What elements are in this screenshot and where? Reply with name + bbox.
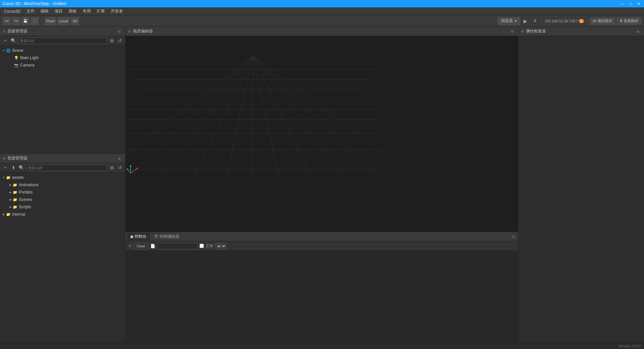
menu-edit[interactable]: 编辑 — [38, 8, 51, 15]
scenes-icon: 📁 — [13, 198, 17, 202]
titlebar-controls: — □ ✕ — [620, 1, 641, 6]
browser-button[interactable]: 浏览器 ▼ — [498, 17, 520, 25]
internal-arrow: ▶ — [1, 213, 6, 216]
scene-label: Scene — [12, 48, 23, 53]
menubar: Cocos3D 文件 编辑 项目 面板 布局 扩展 开发者 — [0, 7, 644, 15]
assets-root-icon: 📁 — [6, 176, 11, 180]
ip-count: 1 — [579, 19, 584, 23]
svg-line-8 — [226, 56, 253, 180]
hierarchy-toolbar: + 🔍 ⊞ ↺ — [0, 36, 125, 45]
animations-arrow: ▶ — [8, 183, 13, 187]
chevron-down-icon: ▼ — [514, 19, 517, 23]
console-regex-label: 正则 — [206, 243, 213, 248]
maximize-button[interactable]: □ — [628, 1, 633, 6]
minimize-button[interactable]: — — [620, 1, 625, 6]
right-panel: ⊟ 属性检查器 ≡ — [518, 27, 644, 342]
hierarchy-expand-button[interactable]: ⊞ — [108, 37, 115, 44]
menu-extend[interactable]: 扩展 — [94, 8, 107, 15]
console-regex-checkbox[interactable] — [199, 244, 204, 248]
scene-arrow: ▼ — [1, 49, 6, 52]
scripts-arrow: ▶ — [8, 205, 13, 209]
assets-tree-root[interactable]: ▼ 📁 assets — [0, 174, 125, 181]
tree-item-camera[interactable]: 📷 Camera — [0, 62, 125, 69]
svg-line-5 — [126, 56, 253, 180]
assets-title: 资源管理器 — [7, 155, 114, 161]
project-path-button[interactable]: 🗁 项目路径 — [590, 17, 615, 25]
refresh-button[interactable]: ↺ — [531, 17, 539, 25]
menu-layout[interactable]: 布局 — [80, 8, 93, 15]
assets-expand-button[interactable]: ⊞ — [108, 164, 115, 171]
close-button[interactable]: ✕ — [636, 1, 641, 6]
titlebar-title: Cocos 3D - MindYourStep - Untitled — [3, 1, 66, 6]
svg-line-10 — [253, 56, 279, 180]
assets-add-button[interactable]: + — [2, 164, 9, 171]
assets-tree-scenes[interactable]: ▶ 📁 Scenes — [0, 196, 125, 203]
assets-import-button[interactable]: ⬆ — [10, 164, 17, 171]
scene-editor-menu-button[interactable]: ≡ — [509, 28, 515, 35]
scripts-icon: 📁 — [13, 205, 17, 209]
bottom-panel-menu-button[interactable]: ≡ — [510, 233, 517, 240]
assets-tree-prefabs[interactable]: ▶ 📁 Prefabs — [0, 189, 125, 196]
menu-developer[interactable]: 开发者 — [108, 8, 126, 15]
toolbar: ↩ ↪ 💾 ⬚ Pivot Local 3D 浏览器 ▼ ▶ ↺ 192.168… — [0, 15, 644, 27]
svg-line-6 — [159, 56, 253, 180]
svg-marker-23 — [130, 165, 132, 166]
browser-label: 浏览器 — [501, 18, 513, 24]
3d-button[interactable]: 3D — [71, 17, 79, 25]
assets-menu-button[interactable]: ≡ — [116, 155, 123, 162]
redo-button[interactable]: ↪ — [12, 17, 20, 25]
local-button[interactable]: Local — [57, 17, 69, 25]
main-light-label: Main Light — [20, 55, 38, 60]
play-button[interactable]: ▶ — [521, 17, 530, 25]
assets-tree-scripts[interactable]: ▶ 📁 Scripts — [0, 203, 125, 211]
assets-tree: ▼ 📁 assets ▶ 📁 Animations ▶ 📁 Prefabs ▶ … — [0, 172, 125, 342]
assets-tree-internal[interactable]: ▶ 📁 internal — [0, 211, 125, 218]
animations-icon: 📁 — [13, 183, 17, 187]
console-level-select[interactable]: all — [215, 243, 227, 249]
hierarchy-search-input[interactable] — [18, 37, 107, 44]
hierarchy-panel: ⊟ 层级管理器 ≡ + 🔍 ⊞ ↺ ▼ 🌐 Scene — [0, 27, 125, 154]
bottom-panel: ▣ 控制台 🎬 动画编辑器 ≡ ↺ Clear 📄 正则 — [126, 232, 518, 342]
assets-refresh-button[interactable]: ↺ — [116, 164, 123, 171]
save-button[interactable]: 💾 — [21, 17, 29, 25]
svg-line-19 — [131, 168, 137, 173]
scene-icon: 🌐 — [6, 48, 11, 53]
assets-tree-animations[interactable]: ▶ 📁 Animations — [0, 181, 125, 189]
console-content[interactable] — [126, 251, 518, 342]
tree-item-scene[interactable]: ▼ 🌐 Scene — [0, 47, 125, 54]
undo-button[interactable]: ↩ — [3, 17, 11, 25]
menu-project[interactable]: 项目 — [52, 8, 65, 15]
tree-item-main-light[interactable]: 💡 Main Light — [0, 54, 125, 62]
version-label: Version: 0.9.0 — [618, 344, 641, 348]
main-layout: ⊟ 层级管理器 ≡ + 🔍 ⊞ ↺ ▼ 🌐 Scene — [0, 27, 644, 342]
hierarchy-menu-button[interactable]: ≡ — [116, 28, 123, 35]
tab-console[interactable]: ▣ 控制台 — [127, 233, 150, 241]
hierarchy-refresh-button[interactable]: ↺ — [116, 37, 123, 44]
tab-animation-editor[interactable]: 🎬 动画编辑器 — [151, 233, 183, 241]
main-light-icon: 💡 — [14, 56, 19, 60]
menu-cocos3d[interactable]: Cocos3D — [1, 8, 23, 14]
hierarchy-header: ⊟ 层级管理器 ≡ — [0, 27, 125, 36]
assets-root-label: assets — [12, 175, 24, 180]
install-path-button[interactable]: ⬇ 安装路径 — [617, 17, 641, 25]
console-filter-input[interactable] — [157, 243, 197, 249]
scene-editor-header: ⊟ 场景编辑器 ≡ — [126, 27, 518, 36]
camera-label: Camera — [20, 63, 34, 68]
center-panel: ⊟ 场景编辑器 ≡ .grid-line { stroke: #3a3a3a; … — [126, 27, 518, 342]
scene-grid: .grid-line { stroke: #3a3a3a; stroke-wid… — [126, 36, 518, 232]
assets-toolbar: + ⬆ 🔍 ⊞ ↺ — [0, 163, 125, 172]
pivot-button[interactable]: Pivot — [45, 17, 56, 25]
assets-search-input[interactable] — [26, 164, 107, 171]
inspector-icon: ⊟ — [521, 29, 524, 33]
hierarchy-add-button[interactable]: + — [2, 37, 9, 44]
animations-label: Animations — [19, 183, 38, 187]
assets-icon: ⊟ — [3, 156, 5, 160]
file-icon: 📄 — [150, 244, 155, 248]
console-clear-button[interactable]: Clear — [134, 243, 148, 249]
unknown-button[interactable]: ⬚ — [31, 17, 39, 25]
assets-panel: ⊟ 资源管理器 ≡ + ⬆ 🔍 ⊞ ↺ ▼ 📁 assets — [0, 154, 125, 342]
inspector-menu-button[interactable]: ≡ — [635, 28, 641, 35]
menu-panel[interactable]: 面板 — [66, 8, 79, 15]
menu-file[interactable]: 文件 — [24, 8, 37, 15]
scene-viewport[interactable]: .grid-line { stroke: #3a3a3a; stroke-wid… — [126, 36, 518, 232]
